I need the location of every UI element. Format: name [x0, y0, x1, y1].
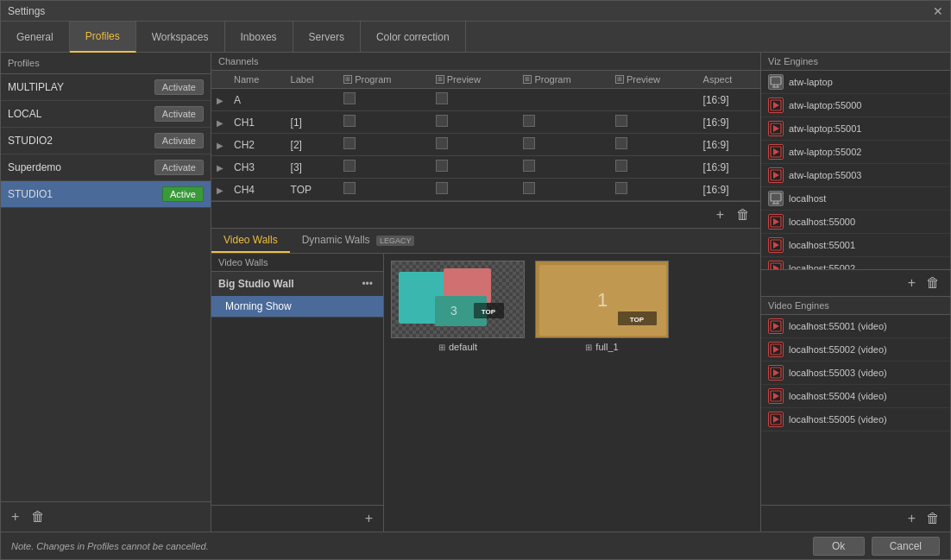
preview1-cb-A[interactable]: [436, 92, 448, 104]
add-profile-button[interactable]: +: [8, 507, 22, 526]
row-expand-CH2[interactable]: ▶: [217, 141, 224, 150]
program2-cb-CH1[interactable]: [523, 115, 535, 127]
active-button-studio1[interactable]: Active: [162, 186, 204, 202]
profile-item-studio1[interactable]: STUDIO1 Active: [1, 181, 211, 208]
row-expand-CH3[interactable]: ▶: [217, 163, 224, 173]
preview1-icon: ⊞: [436, 75, 444, 84]
col-aspect: Aspect: [698, 71, 760, 89]
wall-thumb-default[interactable]: TOP 3 ⊞ default: [391, 261, 525, 352]
statusbar-buttons: Ok Cancel: [813, 537, 940, 556]
video-engines-section: Video Engines localhost:55001 (video) lo…: [761, 296, 950, 532]
engine-name: localhost:55002 (video): [789, 344, 887, 355]
engine-name: localhost:55000: [789, 217, 855, 227]
row-expand-A[interactable]: ▶: [217, 96, 224, 105]
video-engine-item-55001[interactable]: localhost:55001 (video): [761, 315, 950, 338]
channel-row-CH1[interactable]: ▶ CH1 [1] [16:9]: [211, 111, 760, 134]
channel-row-CH4[interactable]: ▶ CH4 TOP [16:9]: [211, 179, 760, 201]
vw-thumbnails: TOP 3 ⊞ default: [384, 254, 760, 532]
delete-video-engine-button[interactable]: 🗑: [923, 509, 943, 528]
add-video-engine-button[interactable]: +: [904, 509, 919, 528]
tab-color-correction[interactable]: Color correction: [361, 22, 466, 53]
engine-item-localhost-55001[interactable]: localhost:55001: [761, 234, 950, 257]
engine-item-atw-55003[interactable]: atw-laptop:55003: [761, 164, 950, 187]
delete-viz-engine-button[interactable]: 🗑: [923, 274, 943, 293]
program1-cb-CH1[interactable]: [343, 115, 356, 127]
engine-item-atw-55001[interactable]: atw-laptop:55001: [761, 117, 950, 141]
svg-text:3: 3: [450, 304, 457, 318]
legacy-badge: LEGACY: [376, 236, 415, 246]
preview2-cb-CH3[interactable]: [615, 160, 627, 172]
vw-content: Video Walls Big Studio Wall ••• Morning …: [211, 254, 760, 532]
tab-profiles[interactable]: Profiles: [70, 22, 136, 53]
wall-thumb-img-default: TOP 3: [391, 261, 525, 338]
profile-item-local[interactable]: LOCAL Activate: [1, 101, 211, 128]
video-engine-item-55004[interactable]: localhost:55004 (video): [761, 385, 950, 408]
engine-item-atw-55000[interactable]: atw-laptop:55000: [761, 94, 950, 117]
vw-item-morning-show[interactable]: Morning Show: [211, 296, 383, 317]
program2-cb-CH3[interactable]: [523, 160, 535, 172]
engine-item-localhost-55000[interactable]: localhost:55000: [761, 211, 950, 234]
vw-tab-dynamic-walls[interactable]: Dynamic Walls LEGACY: [290, 229, 427, 253]
tab-workspaces[interactable]: Workspaces: [136, 22, 225, 53]
titlebar: Settings ✕: [1, 1, 950, 22]
svg-text:TOP: TOP: [630, 316, 645, 324]
channels-footer: + 🗑: [211, 201, 760, 228]
channel-row-CH2[interactable]: ▶ CH2 [2] [16:9]: [211, 134, 760, 156]
preview1-cb-CH4[interactable]: [436, 182, 448, 194]
engine-item-localhost[interactable]: localhost: [761, 187, 950, 211]
tab-general[interactable]: General: [1, 22, 70, 53]
add-viz-engine-button[interactable]: +: [904, 274, 919, 293]
video-engine-item-55003[interactable]: localhost:55003 (video): [761, 362, 950, 385]
vw-tab-video-walls[interactable]: Video Walls: [211, 229, 290, 253]
preview1-cb-CH1[interactable]: [436, 115, 448, 127]
tab-servers[interactable]: Servers: [293, 22, 361, 53]
program1-cb-A[interactable]: [343, 92, 356, 104]
preview2-cb-CH2[interactable]: [615, 137, 627, 149]
thumb-grid-icon-default: ⊞: [438, 343, 445, 352]
activate-button-studio2[interactable]: Activate: [154, 133, 204, 148]
video-engine-item-55002[interactable]: localhost:55002 (video): [761, 338, 950, 362]
add-channel-button[interactable]: +: [713, 205, 727, 224]
preview1-cb-CH3[interactable]: [436, 160, 448, 172]
program2-cb-CH2[interactable]: [523, 137, 535, 149]
preview1-cb-CH2[interactable]: [436, 137, 448, 149]
viz-icon: [768, 261, 784, 269]
cancel-button[interactable]: Cancel: [872, 537, 940, 556]
engine-name: atw-laptop:55003: [789, 170, 861, 180]
add-wall-button[interactable]: +: [362, 509, 376, 528]
profile-item-superdemo[interactable]: Superdemo Activate: [1, 154, 211, 181]
tab-inboxes[interactable]: Inboxes: [225, 22, 293, 53]
activate-button-multiplay[interactable]: Activate: [154, 79, 204, 95]
preview2-cb-CH4[interactable]: [615, 182, 627, 194]
program1-cb-CH4[interactable]: [343, 182, 356, 194]
profile-item-studio2[interactable]: STUDIO2 Activate: [1, 128, 211, 154]
viz-icon: [768, 214, 784, 230]
program1-cb-CH3[interactable]: [343, 160, 356, 172]
vw-group-more-button[interactable]: •••: [358, 276, 376, 292]
delete-profile-button[interactable]: 🗑: [28, 507, 48, 526]
viz-icon: [768, 318, 784, 334]
row-expand-CH4[interactable]: ▶: [217, 186, 224, 195]
delete-channel-button[interactable]: 🗑: [733, 205, 753, 224]
channel-row-CH3[interactable]: ▶ CH3 [3] [16:9]: [211, 156, 760, 179]
close-button[interactable]: ✕: [933, 4, 943, 18]
vw-tabbar: Video Walls Dynamic Walls LEGACY: [211, 229, 760, 254]
channel-row-A[interactable]: ▶ A [16:9]: [211, 89, 760, 111]
video-engine-item-55005[interactable]: localhost:55005 (video): [761, 408, 950, 431]
engine-name: atw-laptop:55002: [789, 147, 861, 157]
profile-item-multiplay[interactable]: MULTIPLAY Activate: [1, 74, 211, 101]
engine-item-atw-55002[interactable]: atw-laptop:55002: [761, 141, 950, 164]
row-expand-CH1[interactable]: ▶: [217, 118, 224, 128]
engine-item-localhost-55002[interactable]: localhost:55002: [761, 257, 950, 269]
col-name: Name: [229, 71, 286, 89]
channels-table-area: Name Label ⊞ Program: [211, 71, 760, 201]
wall-thumb-full1[interactable]: 1 TOP ⊞ full_1: [535, 261, 669, 352]
activate-button-superdemo[interactable]: Activate: [154, 160, 204, 175]
preview2-cb-CH1[interactable]: [615, 115, 627, 127]
profile-list: MULTIPLAY Activate LOCAL Activate STUDIO…: [1, 74, 211, 501]
ok-button[interactable]: Ok: [813, 537, 865, 556]
program2-cb-CH4[interactable]: [523, 182, 535, 194]
activate-button-local[interactable]: Activate: [154, 106, 204, 122]
engine-item-atw-laptop[interactable]: atw-laptop: [761, 71, 950, 94]
program1-cb-CH2[interactable]: [343, 137, 356, 149]
